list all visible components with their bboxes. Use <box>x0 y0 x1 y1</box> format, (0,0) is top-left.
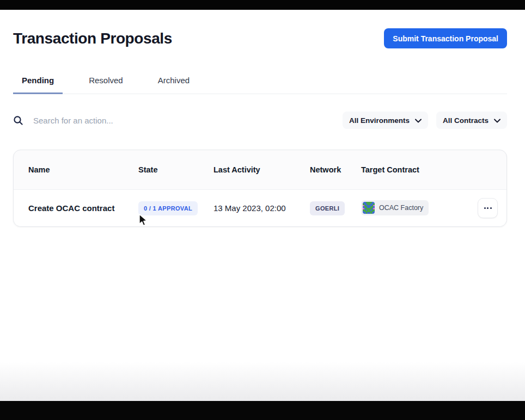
column-header-name: Name <box>28 165 138 174</box>
tab-archived[interactable]: Archived <box>149 76 198 94</box>
chevron-down-icon <box>494 119 500 123</box>
contract-identicon-icon <box>363 202 375 214</box>
environments-dropdown[interactable]: All Environments <box>343 112 428 129</box>
letterbox-top <box>0 0 525 10</box>
search-icon <box>13 115 23 126</box>
row-actions-button[interactable] <box>478 198 498 218</box>
filter-dropdowns: All Environments All Contracts <box>343 112 507 129</box>
target-contract-chip[interactable]: OCAC Factory <box>361 200 429 215</box>
column-header-target-contract: Target Contract <box>361 165 469 174</box>
proposal-name: Create OCAC contract <box>28 203 138 213</box>
last-activity-value: 13 May 2023, 02:00 <box>213 203 310 213</box>
letterbox-bottom <box>0 401 525 420</box>
column-header-network: Network <box>310 165 361 174</box>
contracts-dropdown[interactable]: All Contracts <box>436 112 507 129</box>
tab-resolved[interactable]: Resolved <box>80 76 132 94</box>
ellipsis-icon <box>487 207 489 209</box>
filter-row: All Environments All Contracts <box>13 112 507 129</box>
network-badge: GOERLI <box>310 201 345 215</box>
contracts-dropdown-value: All Contracts <box>443 116 489 125</box>
page-header: Transaction Proposals Submit Transaction… <box>13 10 507 48</box>
table-header-row: Name State Last Activity Network Target … <box>14 150 506 189</box>
state-cell: 0 / 1 APPROVAL <box>138 201 213 215</box>
chevron-down-icon <box>415 119 422 123</box>
column-header-last-activity: Last Activity <box>213 165 310 174</box>
environments-dropdown-value: All Environments <box>349 116 410 125</box>
page-title: Transaction Proposals <box>13 29 172 48</box>
proposals-table-card: Name State Last Activity Network Target … <box>13 150 507 227</box>
tab-pending[interactable]: Pending <box>13 76 63 94</box>
column-header-state: State <box>138 165 213 174</box>
approval-status-badge: 0 / 1 APPROVAL <box>138 201 198 215</box>
table-row[interactable]: Create OCAC contract 0 / 1 APPROVAL 13 M… <box>14 189 506 226</box>
network-cell: GOERLI <box>310 201 361 215</box>
tab-bar: Pending Resolved Archived <box>13 76 507 94</box>
ellipsis-icon <box>490 207 492 209</box>
target-contract-label: OCAC Factory <box>379 204 423 212</box>
submit-transaction-proposal-button[interactable]: Submit Transaction Proposal <box>384 28 507 48</box>
app-viewport: Transaction Proposals Submit Transaction… <box>0 10 525 401</box>
target-contract-cell: OCAC Factory <box>361 200 469 216</box>
search-box <box>13 114 343 127</box>
search-input[interactable] <box>33 114 218 127</box>
ellipsis-icon <box>484 207 486 209</box>
